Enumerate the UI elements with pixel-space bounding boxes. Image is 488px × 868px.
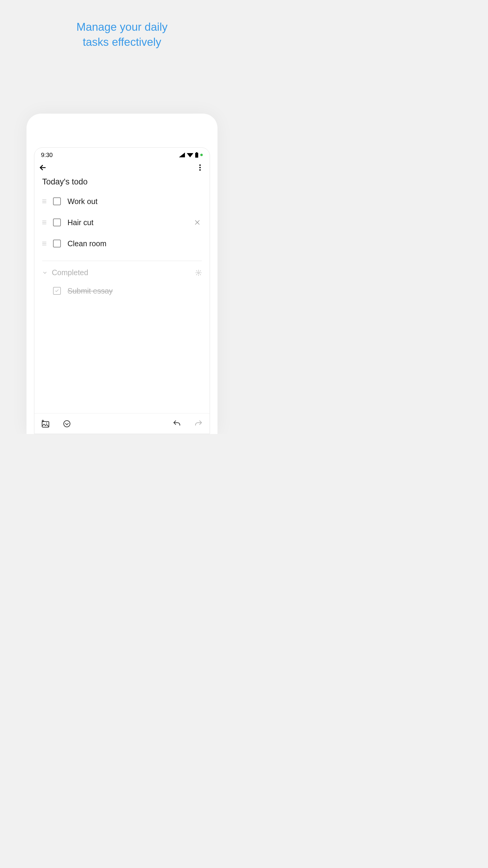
svg-rect-7	[42, 421, 49, 427]
task-row[interactable]: Clean room	[42, 233, 202, 254]
wifi-icon	[187, 153, 193, 157]
task-checkbox-checked[interactable]	[53, 287, 61, 295]
svg-point-3	[199, 164, 201, 166]
delete-task-button[interactable]	[194, 219, 201, 226]
app-bar	[34, 160, 210, 176]
svg-rect-0	[195, 153, 198, 158]
close-icon	[194, 219, 201, 226]
svg-rect-1	[196, 152, 197, 153]
more-button[interactable]	[195, 162, 205, 173]
phone-screen: 9:30 Today's todo Work out	[34, 147, 210, 434]
circle-chevron-down-icon	[63, 420, 71, 428]
more-vertical-icon	[199, 164, 201, 171]
svg-point-2	[200, 154, 203, 156]
undo-button[interactable]	[172, 419, 181, 428]
redo-icon	[194, 419, 203, 428]
task-label[interactable]: Hair cut	[67, 218, 93, 227]
battery-icon	[195, 152, 198, 158]
headline-line2: tasks effectively	[83, 36, 161, 48]
drag-handle-icon[interactable]	[42, 242, 47, 245]
note-content: Today's todo Work out Hair cut Clean roo…	[34, 176, 210, 413]
task-label[interactable]: Work out	[67, 197, 98, 206]
device-frame: 9:30 Today's todo Work out	[27, 114, 218, 434]
status-bar: 9:30	[34, 148, 210, 160]
headline-line1: Manage your daily	[76, 21, 167, 33]
task-checkbox[interactable]	[53, 218, 61, 226]
svg-point-8	[46, 422, 47, 423]
status-icons	[179, 152, 203, 158]
task-checkbox[interactable]	[53, 240, 61, 247]
cellular-icon	[179, 153, 185, 157]
chevron-down-icon	[42, 270, 47, 276]
task-row[interactable]: Work out	[42, 191, 202, 212]
drag-handle-icon[interactable]	[42, 199, 47, 203]
completed-task-label[interactable]: Submit essay	[67, 287, 113, 296]
undo-icon	[172, 419, 181, 428]
marketing-headline: Manage your daily tasks effectively	[0, 20, 244, 50]
task-row[interactable]: Hair cut	[42, 212, 202, 233]
svg-point-4	[199, 167, 201, 168]
redo-button[interactable]	[194, 419, 203, 428]
svg-point-9	[64, 421, 70, 427]
gear-icon	[195, 270, 202, 276]
svg-point-5	[199, 169, 201, 171]
task-checkbox[interactable]	[53, 197, 61, 205]
bottom-toolbar	[34, 413, 210, 434]
dot-icon	[200, 153, 203, 156]
drag-handle-icon[interactable]	[42, 221, 47, 224]
back-button[interactable]	[38, 162, 50, 173]
task-label[interactable]: Clean room	[67, 239, 106, 248]
completed-label: Completed	[52, 268, 88, 277]
more-options-button[interactable]	[63, 420, 71, 428]
completed-task-row[interactable]: Submit essay	[42, 281, 202, 301]
note-title[interactable]: Today's todo	[42, 177, 202, 187]
completed-section-header[interactable]: Completed	[42, 267, 202, 281]
status-time: 9:30	[41, 152, 53, 158]
settings-button[interactable]	[195, 270, 202, 276]
insert-image-button[interactable]	[41, 419, 50, 428]
svg-point-6	[198, 272, 199, 274]
divider	[42, 261, 202, 261]
arrow-left-icon	[38, 163, 47, 172]
check-icon	[55, 288, 59, 293]
image-plus-icon	[41, 419, 50, 428]
